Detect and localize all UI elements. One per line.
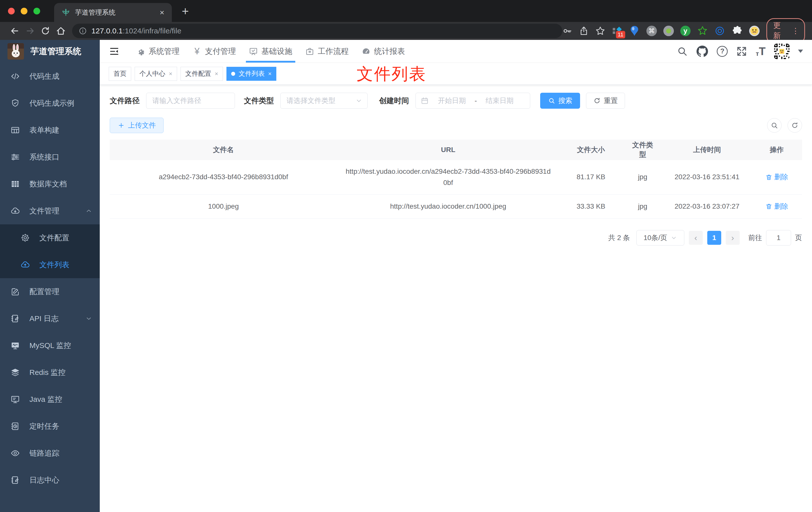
tab-close-icon[interactable]: × (160, 8, 164, 17)
code-icon (10, 71, 20, 81)
extension-tag-manager-icon[interactable]: 11 (612, 25, 623, 36)
end-date-input[interactable] (481, 97, 518, 105)
sidebar-item-db-doc[interactable]: 数据库文档 (0, 171, 100, 198)
upload-file-button[interactable]: 上传文件 (110, 118, 164, 133)
tag-file-list[interactable]: 文件列表 × (227, 67, 276, 81)
help-icon[interactable]: ? (717, 46, 728, 57)
sidebar-item-java-monitor[interactable]: Java 监控 (0, 386, 100, 413)
cell-file-size: 33.33 KB (559, 195, 623, 218)
sidebar-item-api-log[interactable]: API 日志 (0, 305, 100, 332)
sidebar-item-label: 文件配置 (39, 233, 69, 243)
reload-icon[interactable] (38, 23, 53, 39)
browser-menu-icon[interactable]: ⋮ (792, 26, 799, 35)
sidebar-item-tracing[interactable]: 链路追踪 (0, 440, 100, 466)
profile-emoji-icon[interactable] (749, 25, 760, 36)
page-1-button[interactable]: 1 (707, 231, 721, 245)
sidebar-item-code-gen-demo[interactable]: 代码生成示例 (0, 90, 100, 117)
extension-y-icon[interactable]: y (680, 26, 691, 36)
sidebar-logo-row[interactable]: 芋道管理系统 (0, 40, 100, 63)
share-icon[interactable] (579, 26, 589, 36)
close-icon[interactable]: × (169, 70, 172, 77)
upload-button-label: 上传文件 (128, 121, 156, 130)
eye-icon (10, 448, 20, 458)
new-tab-button[interactable]: + (182, 4, 189, 18)
font-size-icon[interactable]: тT (756, 46, 765, 57)
cell-file-name: a294ecb2-73dd-4353-bf40-296b8931d0bf (110, 160, 337, 194)
home-icon[interactable] (53, 23, 68, 39)
sidebar-item-code-gen[interactable]: 代码生成 (0, 63, 100, 90)
top-nav-workflow[interactable]: 工作流程 (299, 40, 355, 63)
calendar-icon (421, 97, 429, 105)
page-size-select[interactable]: 10条/页 (636, 230, 684, 245)
sidebar-item-mysql-monitor[interactable]: MySQL 监控 (0, 332, 100, 359)
sidebar-item-label: 文件列表 (39, 260, 69, 270)
extension-eye-icon[interactable] (714, 25, 725, 36)
refresh-table-button[interactable] (788, 118, 802, 132)
extension-cmd-icon[interactable]: ⌘ (646, 26, 657, 36)
close-icon[interactable]: × (215, 70, 218, 77)
top-nav-system[interactable]: 系统管理 (130, 40, 186, 63)
start-date-input[interactable] (433, 97, 471, 105)
password-key-icon[interactable] (562, 26, 572, 36)
notebook-edit-icon (10, 475, 20, 485)
chevron-down-icon[interactable] (798, 50, 803, 55)
sidebar-item-redis-monitor[interactable]: Redis 监控 (0, 359, 100, 386)
top-nav-infra[interactable]: 基础设施 (242, 40, 299, 63)
font-big: T (759, 46, 765, 57)
extension-balloon-icon[interactable] (629, 25, 640, 36)
github-icon[interactable] (696, 46, 708, 57)
reset-button[interactable]: 重置 (586, 93, 625, 109)
extensions-puzzle-icon[interactable] (732, 25, 743, 36)
cell-file-type: jpg (623, 160, 663, 194)
url-bar[interactable]: 127.0.0.1:1024/infra/file/file (72, 24, 562, 38)
avatar[interactable] (774, 43, 789, 59)
search-button[interactable]: 搜索 (540, 93, 580, 109)
sidebar-item-file-management[interactable]: 文件管理 (0, 198, 100, 224)
fullscreen-icon[interactable] (736, 46, 747, 57)
sidebar-item-form-builder[interactable]: 表单构建 (0, 117, 100, 144)
next-page-button[interactable]: › (726, 231, 740, 245)
page-unit-label: 页 (795, 233, 802, 243)
sidebar-item-scheduled-tasks[interactable]: 定时任务 (0, 413, 100, 440)
top-nav-payment[interactable]: ¥ 支付管理 (186, 40, 242, 63)
browser-tab[interactable]: 芋道管理系统 × (54, 3, 172, 22)
extension-dot-icon[interactable] (663, 26, 674, 36)
toggle-search-button[interactable] (767, 118, 782, 132)
gear-icon (21, 233, 30, 243)
sidebar-item-system-api[interactable]: 系统接口 (0, 144, 100, 171)
tag-home[interactable]: 首页 (109, 67, 131, 81)
col-header-type: 文件类型 (623, 140, 663, 160)
forward-icon[interactable] (23, 23, 38, 39)
file-type-select[interactable]: 请选择文件类型 (280, 93, 368, 109)
sidebar-collapse-icon[interactable] (106, 43, 122, 59)
date-range-picker[interactable]: - (415, 93, 530, 109)
chevron-down-icon (85, 315, 92, 322)
bookmark-star-icon[interactable] (595, 26, 605, 36)
window-close-button[interactable] (8, 8, 15, 14)
delete-button[interactable]: 删除 (765, 201, 788, 212)
search-icon[interactable] (677, 46, 688, 57)
app-title: 芋道管理系统 (30, 46, 81, 57)
cell-file-url: http://test.yudao.iocoder.cn/1000.jpeg (337, 195, 559, 218)
window-minimize-button[interactable] (21, 8, 27, 14)
sidebar-item-file-config[interactable]: 文件配置 (0, 224, 100, 251)
delete-button[interactable]: 删除 (765, 172, 788, 183)
prev-page-button[interactable]: ‹ (689, 231, 703, 245)
tag-file-config[interactable]: 文件配置 × (180, 67, 223, 81)
sidebar-item-log-center[interactable]: 日志中心 (0, 466, 100, 493)
back-icon[interactable] (7, 23, 23, 39)
file-path-input[interactable] (146, 93, 235, 109)
sidebar-item-config-management[interactable]: 配置管理 (0, 278, 100, 305)
tag-profile[interactable]: 个人中心 × (135, 67, 177, 81)
filter-form: 文件路径 文件类型 请选择文件类型 创建时间 - 搜索 (110, 93, 802, 109)
sidebar-item-label: 配置管理 (29, 287, 59, 297)
close-icon[interactable]: × (268, 70, 271, 77)
site-info-icon[interactable] (79, 27, 87, 35)
top-nav-reports[interactable]: 统计报表 (355, 40, 411, 63)
cloud-download-icon (10, 206, 20, 216)
window-zoom-button[interactable] (33, 8, 40, 14)
url-text: 127.0.0.1:1024/infra/file/file (91, 27, 181, 35)
sidebar-item-file-list[interactable]: 文件列表 (0, 251, 100, 278)
goto-page-input[interactable] (766, 230, 791, 245)
extension-star-icon[interactable] (697, 25, 708, 36)
